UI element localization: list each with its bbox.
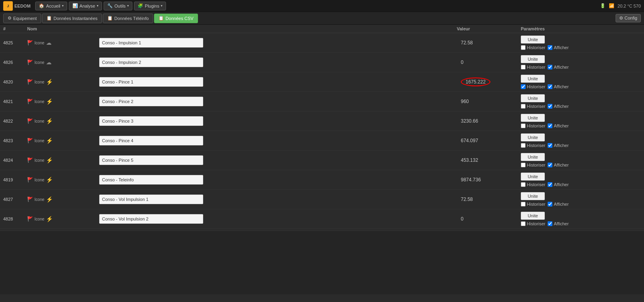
historiser-checkbox[interactable]	[521, 182, 526, 187]
row-id: 4824	[3, 158, 27, 163]
value-cell: 72.58	[457, 40, 521, 46]
config-button[interactable]: ⚙ Config	[616, 14, 641, 22]
historiser-label[interactable]: Historiser	[521, 163, 545, 167]
row-id: 4823	[3, 138, 27, 143]
historiser-checkbox[interactable]	[521, 65, 526, 70]
historiser-label[interactable]: Historiser	[521, 123, 545, 128]
afficher-text: Afficher	[554, 143, 568, 148]
unite-button[interactable]: Unite	[521, 55, 545, 63]
historiser-checkbox[interactable]	[521, 221, 526, 226]
nav-outils[interactable]: 🔧 Outils ▾	[104, 2, 132, 10]
historiser-label[interactable]: Historiser	[521, 182, 545, 187]
afficher-label[interactable]: Afficher	[548, 202, 568, 207]
value-cell: 0	[457, 60, 521, 65]
name-input[interactable]	[99, 155, 203, 165]
historiser-checkbox[interactable]	[521, 163, 526, 167]
afficher-checkbox[interactable]	[548, 84, 552, 89]
afficher-label[interactable]: Afficher	[548, 182, 568, 187]
historiser-checkbox[interactable]	[521, 104, 526, 109]
row-icons: 🚩 Icone ⚡	[27, 98, 99, 105]
historiser-text: Historiser	[527, 123, 545, 128]
afficher-label[interactable]: Afficher	[548, 65, 568, 70]
table-row: 4820 🚩 Icone ⚡ 1675.222 Unite Historiser	[0, 72, 644, 92]
historiser-label[interactable]: Historiser	[521, 45, 545, 50]
afficher-checkbox[interactable]	[548, 143, 552, 148]
unite-button[interactable]: Unite	[521, 75, 545, 83]
afficher-checkbox[interactable]	[548, 104, 552, 109]
name-input[interactable]	[99, 214, 203, 224]
table-header: # Nom Valeur Paramètres	[0, 25, 644, 33]
nav-accueil[interactable]: 🏠 Accueil ▾	[35, 2, 67, 10]
row-icons: 🚩 Icone ⚡	[27, 216, 99, 222]
unite-button[interactable]: Unite	[521, 192, 545, 200]
historiser-label[interactable]: Historiser	[521, 104, 545, 109]
historiser-checkbox[interactable]	[521, 84, 526, 89]
afficher-label[interactable]: Afficher	[548, 163, 568, 167]
name-input[interactable]	[99, 38, 203, 48]
plugins-icon: 🧩	[138, 3, 143, 8]
historiser-checkbox[interactable]	[521, 202, 526, 207]
tab-donnees-csv[interactable]: 📋 Données CSV	[154, 14, 198, 23]
historiser-label[interactable]: Historiser	[521, 143, 545, 148]
afficher-checkbox[interactable]	[548, 182, 552, 187]
name-cell	[99, 77, 457, 87]
historiser-checkbox[interactable]	[521, 123, 526, 128]
unite-button[interactable]: Unite	[521, 153, 545, 161]
flag-icon: 🚩 Icone	[27, 40, 44, 46]
row-icons: 🚩 Icone ⚡	[27, 157, 99, 163]
tab-equipement[interactable]: ⚙ Equipement	[3, 14, 41, 23]
afficher-label[interactable]: Afficher	[548, 221, 568, 226]
afficher-label[interactable]: Afficher	[548, 84, 568, 89]
tab-donnees-teleinfo[interactable]: 📋 Données Téléinfo	[103, 14, 153, 23]
params-cell: Unite Historiser Afficher	[521, 192, 641, 207]
historiser-label[interactable]: Historiser	[521, 65, 545, 70]
afficher-checkbox[interactable]	[548, 202, 552, 207]
nav-analyse[interactable]: 📊 Analyse ▾	[69, 2, 102, 10]
params-row-2: Historiser Afficher	[521, 45, 641, 50]
battery-icon: 🔋	[600, 3, 606, 8]
afficher-checkbox[interactable]	[548, 123, 552, 128]
tab-donnees-instantanees[interactable]: 📋 Données Instantanées	[42, 14, 102, 23]
params-cell: Unite Historiser Afficher	[521, 55, 641, 70]
afficher-label[interactable]: Afficher	[548, 143, 568, 148]
unite-button[interactable]: Unite	[521, 173, 545, 181]
unite-button[interactable]: Unite	[521, 114, 545, 122]
historiser-text: Historiser	[527, 84, 545, 89]
afficher-text: Afficher	[554, 221, 568, 226]
donnees-csv-icon: 📋	[158, 16, 164, 21]
historiser-checkbox[interactable]	[521, 143, 526, 148]
nav-plugins[interactable]: 🧩 Plugins ▾	[134, 2, 166, 10]
afficher-checkbox[interactable]	[548, 65, 552, 70]
afficher-label[interactable]: Afficher	[548, 45, 568, 50]
name-input[interactable]	[99, 195, 203, 204]
afficher-label[interactable]: Afficher	[548, 104, 568, 109]
name-input[interactable]	[99, 175, 203, 185]
historiser-label[interactable]: Historiser	[521, 84, 545, 89]
afficher-checkbox[interactable]	[548, 221, 552, 226]
table-row: 4821 🚩 Icone ⚡ 960 Unite Historiser Affi…	[0, 92, 644, 111]
name-input[interactable]	[99, 116, 203, 126]
unite-button[interactable]: Unite	[521, 133, 545, 141]
params-row-1: Unite	[521, 75, 641, 83]
col-params: Paramètres	[521, 26, 641, 31]
row-id: 4822	[3, 119, 27, 123]
row-id: 4825	[3, 40, 27, 45]
row-id: 4828	[3, 217, 27, 221]
table-row: 4819 🚩 Icone ⚡ 9874.736 Unite Historiser	[0, 170, 644, 190]
sub-nav: ⚙ Equipement 📋 Données Instantanées 📋 Do…	[0, 12, 644, 25]
afficher-label[interactable]: Afficher	[548, 123, 568, 128]
name-input[interactable]	[99, 58, 203, 67]
params-row-2: Historiser Afficher	[521, 163, 641, 167]
historiser-checkbox[interactable]	[521, 45, 526, 50]
afficher-checkbox[interactable]	[548, 45, 552, 50]
historiser-label[interactable]: Historiser	[521, 202, 545, 207]
historiser-label[interactable]: Historiser	[521, 221, 545, 226]
unite-button[interactable]: Unite	[521, 212, 545, 220]
afficher-checkbox[interactable]	[548, 163, 552, 167]
unite-button[interactable]: Unite	[521, 94, 545, 102]
name-input[interactable]	[99, 136, 203, 145]
name-input[interactable]	[99, 77, 203, 87]
col-nom: Nom	[27, 26, 99, 31]
unite-button[interactable]: Unite	[521, 36, 545, 44]
name-input[interactable]	[99, 97, 203, 106]
